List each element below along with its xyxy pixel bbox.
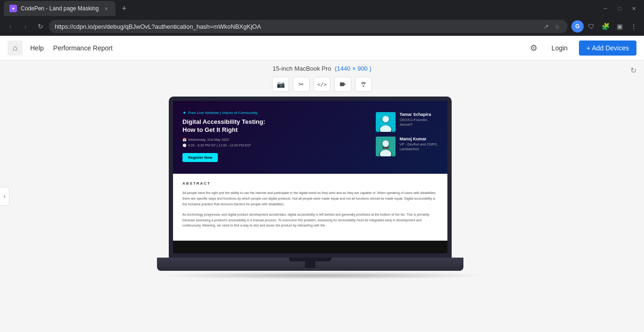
laptop-shadow (157, 272, 487, 279)
forward-button[interactable]: › (19, 20, 32, 33)
home-icon[interactable]: ⌂ (8, 40, 23, 56)
webinar-banner: ✦ Free Live Webinar | Voices of Communit… (173, 101, 447, 174)
help-link[interactable]: Help (30, 44, 44, 52)
svg-point-6 (382, 116, 389, 122)
register-button[interactable]: Register Now (182, 153, 218, 162)
header-actions: ⚙ Login + Add Devices (527, 40, 636, 56)
tab-close-button[interactable]: × (102, 5, 110, 12)
page-refresh-icon[interactable]: ↻ (630, 66, 636, 75)
profile-avatar[interactable]: G (571, 20, 584, 32)
laptop-hinge (289, 258, 331, 261)
url-bar[interactable]: https://cdpn.io/pen/debug/qBJwOvL?authen… (49, 20, 568, 33)
device-label: 15-inch MacBook Pro (1440 × 900 ) (272, 65, 372, 72)
laptop-mockup: ✦ Free Live Webinar | Voices of Communit… (157, 97, 487, 279)
tab-title: CodePen - Land page Masking (21, 5, 99, 12)
laptop-screen: ✦ Free Live Webinar | Voices of Communit… (169, 97, 452, 258)
puzzle-icon[interactable]: 🧩 (599, 20, 612, 33)
website-content: ✦ Free Live Webinar | Voices of Communit… (173, 101, 447, 253)
speaker-info-1: Tamar Schapira CEO/Co-Founder, SenseIT (399, 112, 438, 127)
record-tool[interactable] (334, 77, 351, 92)
window-minimize[interactable]: ─ (599, 2, 612, 15)
performance-report-link[interactable]: Performance Report (53, 44, 113, 52)
browser-menu-icon[interactable]: ⋮ (627, 20, 640, 33)
banner-time: 🕐 8:30 - 9:30 PM IST | 11:00 - 12:00 PM … (182, 144, 368, 147)
speaker-avatar-2 (376, 137, 396, 156)
abstract-section: ABSTRACT All people have the right and t… (173, 174, 447, 241)
svg-point-2 (363, 86, 364, 87)
laptop-base (157, 258, 463, 271)
svg-point-11 (382, 140, 389, 147)
speaker-info-2: Manoj Kumar VP - DevRel and OSPO, Lambda… (399, 137, 438, 152)
network-tool[interactable] (355, 77, 372, 92)
banner-date: 📅 Wednesday, 31st May 2023 (182, 138, 368, 142)
browser-tab[interactable]: ✦ CodePen - Land page Masking × (4, 1, 116, 16)
banner-left: ✦ Free Live Webinar | Voices of Communit… (182, 110, 368, 164)
main-content: › 15-inch MacBook Pro (1440 × 900 ) 📷 ✂ … (0, 60, 644, 332)
sidebar-collapse-toggle[interactable]: › (0, 187, 9, 206)
url-text: https://cdpn.io/pen/debug/qBJwOvL?authen… (55, 23, 537, 30)
laptop-apple-logo (305, 261, 315, 268)
svg-marker-1 (344, 83, 346, 85)
screenshot-tool[interactable]: 📷 (272, 77, 289, 92)
tab-favicon: ✦ (9, 5, 17, 12)
settings-icon[interactable]: ⚙ (527, 41, 540, 55)
device-tools-bar: 📷 ✂ </> (272, 77, 372, 92)
refresh-button[interactable]: ↻ (34, 20, 47, 33)
code-tool[interactable]: </> (314, 77, 330, 92)
add-devices-button[interactable]: + Add Devices (579, 40, 636, 56)
svg-rect-13 (382, 147, 389, 149)
app-header: ⌂ Help Performance Report ⚙ Login + Add … (0, 36, 644, 60)
svg-rect-0 (340, 82, 344, 86)
header-nav: Help Performance Report (30, 44, 520, 52)
banner-tag: ✦ Free Live Webinar | Voices of Communit… (182, 110, 368, 115)
share-icon[interactable]: ↗ (541, 22, 551, 31)
window-close[interactable]: ✕ (627, 2, 640, 15)
bookmark-icon[interactable]: ☆ (553, 22, 562, 31)
extensions-icon[interactable]: 🛡 (585, 20, 598, 33)
crop-tool[interactable]: ✂ (293, 77, 310, 92)
speaker-avatar-1 (376, 112, 396, 132)
banner-speakers: Tamar Schapira CEO/Co-Founder, SenseIT (376, 110, 438, 164)
window-maximize[interactable]: □ (613, 2, 626, 15)
speaker-card-1: Tamar Schapira CEO/Co-Founder, SenseIT (376, 112, 438, 132)
back-button[interactable]: ‹ (4, 20, 17, 33)
banner-title: Digital Accessibility Testing: How to Ge… (182, 118, 368, 134)
speaker-card-2: Manoj Kumar VP - DevRel and OSPO, Lambda… (376, 137, 438, 156)
login-button[interactable]: Login (546, 41, 573, 55)
sidebar-toggle-icon[interactable]: ▣ (613, 20, 626, 33)
device-dimensions: (1440 × 900 ) (335, 65, 372, 72)
new-tab-button[interactable]: + (117, 2, 131, 15)
